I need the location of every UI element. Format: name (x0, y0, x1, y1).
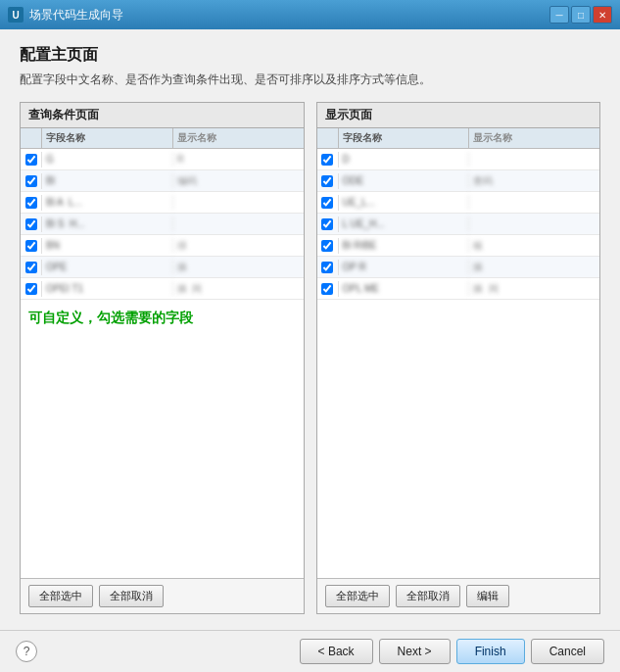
right-field-1: D (339, 152, 470, 167)
left-panel: 查询条件页面 字段名称 显示名称 G R Bl 编码 (20, 102, 305, 614)
right-check-2[interactable] (317, 173, 339, 189)
right-display-header: 显示名称 (469, 128, 599, 148)
back-button[interactable]: < Back (300, 639, 373, 664)
cancel-button[interactable]: Cancel (531, 639, 604, 664)
left-row-1: G R (21, 149, 304, 170)
left-display-2: 编码 (173, 172, 304, 190)
left-table-body: G R Bl 编码 Bl A L... (21, 149, 304, 578)
right-display-3 (469, 195, 599, 210)
left-field-3: Bl A L... (42, 195, 173, 210)
right-panel-title: 显示页面 (317, 103, 600, 128)
left-field-7: OPEI T1 (42, 281, 173, 296)
right-field-header: 字段名称 (339, 128, 470, 148)
left-display-1: R (173, 152, 304, 167)
left-row-3: Bl A L... (21, 192, 304, 214)
right-check-3[interactable] (317, 195, 339, 211)
right-row-2: ODE 查码 (317, 170, 600, 192)
right-row-6: OP R 操 (317, 257, 600, 278)
next-button[interactable]: Next > (379, 639, 451, 664)
right-field-7: OPL ME (339, 281, 470, 296)
left-check-3[interactable] (21, 195, 42, 211)
left-check-7[interactable] (21, 281, 42, 297)
right-deselect-all-button[interactable]: 全部取消 (396, 585, 460, 607)
left-row-5: BN 排 (21, 235, 304, 257)
left-check-header (21, 128, 42, 148)
minimize-button[interactable]: ─ (549, 6, 569, 24)
panels-row: 查询条件页面 字段名称 显示名称 G R Bl 编码 (20, 102, 600, 614)
right-display-6: 操 (469, 259, 599, 276)
right-row-5: Bl RIBE 核 (317, 235, 600, 257)
left-display-6: 操 (173, 259, 304, 276)
left-check-5[interactable] (21, 238, 42, 254)
left-row-7: OPEI T1 操 间 (21, 278, 304, 300)
left-display-7: 操 间 (173, 280, 304, 298)
right-check-7[interactable] (317, 281, 339, 297)
left-check-2[interactable] (21, 173, 42, 189)
left-row-6: OPE 操 (21, 257, 304, 278)
right-display-2: 查码 (469, 172, 599, 190)
left-field-6: OPE (42, 260, 173, 274)
right-row-7: OPL ME 操 间 (317, 278, 600, 300)
left-field-5: BN (42, 238, 173, 253)
right-row-1: D (317, 149, 600, 170)
left-panel-title: 查询条件页面 (21, 103, 304, 128)
right-select-all-button[interactable]: 全部选中 (325, 585, 390, 607)
page-description: 配置字段中文名称、是否作为查询条件出现、是否可排序以及排序方式等信息。 (20, 72, 600, 88)
right-check-1[interactable] (317, 152, 339, 168)
maximize-button[interactable]: □ (571, 6, 591, 24)
right-panel: 显示页面 字段名称 显示名称 D ODE 查码 (316, 102, 601, 614)
left-table-header: 字段名称 显示名称 (21, 128, 304, 149)
left-select-all-button[interactable]: 全部选中 (28, 585, 93, 607)
left-check-1[interactable] (21, 152, 42, 168)
left-field-2: Bl (42, 173, 173, 188)
left-field-header: 字段名称 (42, 128, 173, 148)
right-field-2: ODE (339, 173, 470, 188)
right-field-4: L UE_H... (339, 216, 470, 231)
right-check-4[interactable] (317, 216, 339, 232)
left-display-4 (173, 216, 304, 231)
dialog-footer: ? < Back Next > Finish Cancel (0, 630, 620, 672)
right-display-4 (469, 216, 599, 231)
dialog-content: 配置主页面 配置字段中文名称、是否作为查询条件出现、是否可排序以及排序方式等信息… (0, 29, 620, 630)
right-field-6: OP R (339, 260, 470, 274)
left-panel-footer: 全部选中 全部取消 (21, 578, 304, 613)
left-field-4: Bl S H... (42, 216, 173, 231)
help-button[interactable]: ? (16, 641, 37, 662)
right-row-4: L UE_H... (317, 214, 600, 235)
left-check-6[interactable] (21, 260, 42, 275)
right-check-6[interactable] (317, 260, 339, 275)
right-field-3: UE_L... (339, 195, 470, 210)
right-display-5: 核 (469, 237, 599, 255)
title-bar: U 场景代码生成向导 ─ □ ✕ (0, 0, 620, 29)
left-row-2: Bl 编码 (21, 170, 304, 192)
right-row-3: UE_L... (317, 192, 600, 214)
left-field-1: G (42, 152, 173, 167)
right-table-body: D ODE 查码 UE_L... (317, 149, 600, 578)
title-bar-controls: ─ □ ✕ (549, 6, 612, 24)
close-button[interactable]: ✕ (593, 6, 612, 24)
page-title: 配置主页面 (20, 45, 600, 66)
left-display-5: 排 (173, 237, 304, 255)
title-bar-text: 场景代码生成向导 (29, 7, 549, 24)
right-display-7: 操 间 (469, 280, 599, 298)
right-check-header (317, 128, 339, 148)
custom-note: 可自定义，勾选需要的字段 (21, 300, 304, 337)
app-icon: U (8, 7, 24, 23)
left-deselect-all-button[interactable]: 全部取消 (99, 585, 164, 607)
left-check-4[interactable] (21, 216, 42, 232)
right-display-1 (469, 152, 599, 167)
right-field-5: Bl RIBE (339, 238, 470, 253)
left-row-4: Bl S H... (21, 214, 304, 235)
left-display-3 (173, 195, 304, 210)
left-display-header: 显示名称 (173, 128, 304, 148)
finish-button[interactable]: Finish (456, 639, 525, 664)
right-check-5[interactable] (317, 238, 339, 254)
right-table-header: 字段名称 显示名称 (317, 128, 600, 149)
right-panel-footer: 全部选中 全部取消 编辑 (317, 578, 600, 613)
right-edit-button[interactable]: 编辑 (466, 585, 509, 607)
